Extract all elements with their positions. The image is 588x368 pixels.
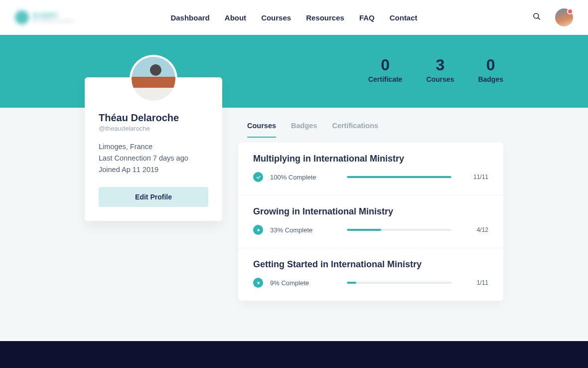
profile-name: Théau Delaroche: [99, 112, 208, 124]
profile-joined: Joined Ap 11 2019: [99, 164, 208, 176]
tab-courses[interactable]: Courses: [247, 122, 276, 138]
stat-label: Courses: [426, 75, 454, 83]
play-circle-icon: [253, 225, 263, 235]
profile-last-connection: Last Connection 7 days ago: [99, 153, 208, 164]
profile-handle: @theaudelaroche: [99, 125, 208, 132]
stat-certificate: 0 Certificate: [368, 56, 402, 83]
nav-faq[interactable]: FAQ: [359, 13, 375, 22]
stat-badges: 0 Badges: [478, 56, 503, 83]
stat-value: 0: [478, 56, 503, 74]
profile-stats: 0 Certificate 3 Courses 0 Badges: [368, 56, 503, 83]
profile-location: Limoges, France: [99, 141, 208, 153]
profile-content: Courses Badges Certifications Multiplyin…: [238, 122, 503, 301]
brand-logo[interactable]: EVERY INTERNATIONAL: [15, 10, 75, 24]
nav-courses[interactable]: Courses: [261, 13, 291, 22]
progress-bar: [347, 176, 451, 178]
profile-card: Théau Delaroche @theaudelaroche Limoges,…: [85, 77, 222, 221]
course-item[interactable]: Multiplying in International Ministry 10…: [238, 143, 503, 195]
course-fraction: 1/11: [468, 279, 488, 286]
content-tabs: Courses Badges Certifications: [238, 122, 503, 138]
user-avatar[interactable]: [555, 8, 573, 26]
profile-meta: Limoges, France Last Connection 7 days a…: [99, 141, 208, 176]
primary-nav: Dashboard About Courses Resources FAQ Co…: [170, 13, 417, 22]
course-fraction: 11/11: [468, 174, 488, 181]
progress-fill: [347, 229, 381, 231]
course-complete-text: 9% Complete: [270, 279, 330, 287]
nav-about[interactable]: About: [225, 13, 246, 22]
svg-line-1: [538, 17, 540, 19]
play-circle-icon: [253, 278, 263, 288]
nav-contact[interactable]: Contact: [390, 13, 418, 22]
stat-label: Certificate: [368, 75, 402, 83]
stat-label: Badges: [478, 75, 503, 83]
profile-avatar: [130, 55, 177, 103]
progress-bar: [347, 229, 451, 231]
course-item[interactable]: Growing in International Ministry 33% Co…: [238, 195, 503, 248]
stat-value: 3: [426, 56, 454, 74]
course-list: Multiplying in International Ministry 10…: [238, 143, 503, 301]
search-icon[interactable]: [532, 12, 541, 23]
course-fraction: 4/12: [468, 226, 488, 233]
progress-fill: [347, 282, 356, 284]
nav-dashboard[interactable]: Dashboard: [170, 13, 209, 22]
course-title: Multiplying in International Ministry: [253, 154, 488, 164]
nav-resources[interactable]: Resources: [306, 13, 344, 22]
tab-badges[interactable]: Badges: [291, 122, 317, 138]
course-title: Getting Started in International Ministr…: [253, 259, 488, 270]
edit-profile-button[interactable]: Edit Profile: [99, 187, 208, 207]
check-circle-icon: [253, 172, 263, 182]
course-item[interactable]: Getting Started in International Ministr…: [238, 248, 503, 301]
progress-fill: [347, 176, 451, 178]
top-nav: EVERY INTERNATIONAL Dashboard About Cour…: [0, 0, 588, 35]
stat-courses: 3 Courses: [426, 56, 454, 83]
course-complete-text: 33% Complete: [270, 226, 330, 234]
course-complete-text: 100% Complete: [270, 174, 330, 181]
page-footer: [0, 341, 588, 368]
stat-value: 0: [368, 56, 402, 74]
progress-bar: [347, 282, 451, 284]
course-title: Growing in International Ministry: [253, 206, 488, 217]
tab-certifications[interactable]: Certifications: [332, 122, 378, 138]
